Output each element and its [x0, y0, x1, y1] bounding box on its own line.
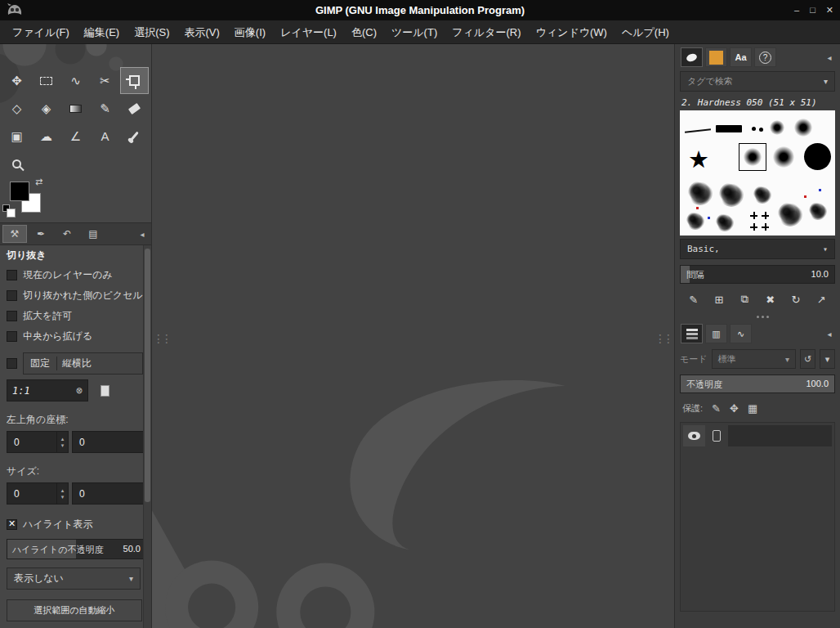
swap-colors-icon[interactable]: ⇄ [35, 177, 42, 187]
pencil-tool[interactable]: ✎ [91, 95, 119, 122]
left-pane-grip[interactable]: ⋮⋮ [153, 332, 169, 345]
brush-thumbnail[interactable] [778, 202, 802, 227]
eraser-tool[interactable] [120, 95, 149, 122]
brush-thumbnail[interactable] [804, 143, 831, 170]
zoom-tool[interactable] [2, 150, 31, 177]
lock-position-icon[interactable]: ✥ [730, 402, 739, 415]
tab-layers[interactable] [681, 324, 703, 343]
edit-brush-button[interactable]: ✎ [683, 290, 704, 308]
right-pane-grip[interactable]: ⋮⋮ [655, 332, 671, 345]
menu-tools[interactable]: ツール(T) [384, 20, 445, 44]
visibility-toggle[interactable] [683, 425, 705, 446]
measure-tool[interactable]: ∠ [61, 123, 90, 150]
menu-image[interactable]: 画像(I) [227, 20, 273, 44]
highlight-opacity-slider[interactable]: ハイライトの不透明度 50.0 [7, 539, 143, 559]
open-brush-as-image-button[interactable]: ↗ [811, 290, 832, 308]
menu-select[interactable]: 選択(S) [127, 20, 176, 44]
brush-thumbnail[interactable] [753, 186, 771, 204]
position-y-spinner[interactable]: 0 [72, 431, 143, 453]
tab-tool-options[interactable]: ⚒ [2, 225, 27, 243]
spinner-arrows-icon[interactable]: ▴▾ [56, 483, 68, 504]
brush-thumbnail[interactable] [719, 182, 744, 207]
menu-windows[interactable]: ウィンドウ(W) [528, 20, 614, 44]
checkbox-delete-cropped-pixels[interactable]: 切り抜かれた側のピクセルを削除 [7, 285, 143, 306]
autoshrink-button[interactable]: 選択範囲の自動縮小 [7, 599, 142, 621]
mode-switch-button[interactable]: ↺ [800, 349, 815, 369]
rectangle-select-tool[interactable] [32, 67, 60, 94]
default-colors-icon[interactable] [2, 204, 10, 212]
tab-patterns[interactable] [705, 47, 727, 67]
smudge-tool[interactable]: ☁ [32, 123, 60, 150]
move-tool[interactable]: ✥ [2, 67, 31, 94]
brush-thumbnail[interactable] [752, 127, 756, 131]
guides-combo[interactable]: 表示しない ▾ [7, 567, 141, 590]
menu-layer[interactable]: レイヤー(L) [273, 20, 344, 44]
free-select-tool[interactable]: ∿ [61, 67, 90, 94]
checkbox-allow-growing[interactable]: 拡大を許可 [7, 306, 143, 326]
brush-thumbnail[interactable] [750, 223, 757, 231]
lock-pixels-icon[interactable]: ✎ [712, 402, 721, 415]
duplicate-brush-button[interactable]: ⧉ [735, 290, 755, 308]
portrait-orientation-button[interactable] [95, 380, 114, 401]
brush-thumbnail[interactable] [686, 212, 704, 230]
minimize-button[interactable]: – [794, 5, 799, 16]
new-brush-button[interactable]: ⊞ [709, 290, 730, 308]
tab-paths[interactable]: ∿ [730, 324, 752, 343]
brush-tag-search[interactable]: タグで検索 ▾ [680, 71, 835, 92]
menu-help[interactable]: ヘルプ(H) [614, 20, 677, 44]
tool-options-scrollbar[interactable] [143, 245, 151, 628]
maximize-button[interactable]: □ [810, 5, 815, 16]
brush-thumbnail[interactable] [750, 212, 757, 219]
brush-thumbnail[interactable] [773, 146, 794, 168]
checkbox-expand-from-center[interactable]: 中央から拡げる [7, 326, 143, 347]
layer-mode-combo[interactable]: 標準 ▾ [712, 349, 796, 369]
delete-brush-button[interactable]: ✖ [760, 290, 780, 308]
brush-spacing-slider[interactable]: 間隔 10.0 [680, 265, 835, 284]
refresh-brushes-button[interactable]: ↻ [785, 290, 806, 308]
brush-thumbnail[interactable] [716, 125, 742, 132]
unified-transform-tool[interactable]: ◇ [2, 95, 31, 122]
gradient-tool[interactable] [61, 95, 90, 122]
fixed-checkbox[interactable] [7, 358, 17, 369]
color-picker-tool[interactable] [120, 123, 149, 150]
menu-edit[interactable]: 編集(E) [77, 20, 127, 44]
clone-tool[interactable]: ▣ [2, 123, 31, 150]
dock-menu-button[interactable]: ◂ [823, 330, 836, 339]
dock-menu-button[interactable]: ◂ [823, 53, 836, 62]
foreground-color-swatch[interactable] [10, 182, 29, 201]
brush-thumbnail[interactable] [685, 128, 711, 132]
titlebar[interactable]: GIMP (GNU Image Manipulation Program) – … [0, 0, 840, 20]
brush-thumbnail[interactable] [716, 213, 734, 231]
scissors-select-tool[interactable]: ✂ [91, 67, 119, 94]
brush-thumbnail[interactable] [809, 202, 827, 220]
dock-resize-grip[interactable] [757, 316, 759, 318]
brush-thumbnail[interactable] [794, 119, 812, 137]
position-x-spinner[interactable]: 0 ▴▾ [7, 431, 69, 453]
brush-thumbnail[interactable]: ★ [688, 148, 709, 172]
scrollbar-thumb[interactable] [145, 249, 150, 502]
aspect-ratio-input[interactable]: 1:1 ⊗ [7, 379, 88, 401]
layer-list[interactable] [680, 422, 835, 612]
brush-thumbnail[interactable] [688, 181, 713, 205]
menu-filters[interactable]: フィルター(R) [445, 20, 528, 44]
brush-thumbnail-selected[interactable] [739, 143, 766, 171]
clear-icon[interactable]: ⊗ [76, 384, 83, 397]
tab-channels[interactable]: ▥ [705, 324, 727, 343]
tab-undo-history[interactable]: ↶ [55, 225, 79, 243]
mode-options-button[interactable]: ▾ [820, 349, 835, 369]
handle-transform-tool[interactable]: ◈ [32, 95, 60, 122]
checkbox-current-layer-only[interactable]: 現在のレイヤーのみ [7, 265, 143, 285]
checkbox-highlight[interactable]: ハイライト表示 [7, 514, 143, 535]
spinner-arrows-icon[interactable]: ▴▾ [56, 432, 68, 452]
brush-thumbnail[interactable] [762, 223, 769, 231]
brush-thumbnail[interactable] [770, 120, 784, 135]
brush-thumbnail[interactable] [762, 212, 769, 219]
brush-group-combo[interactable]: Basic, ▾ [680, 239, 835, 259]
size-y-spinner[interactable]: 0 [72, 482, 143, 505]
tab-document-history[interactable]: ? [754, 47, 776, 67]
menu-colors[interactable]: 色(C) [344, 20, 384, 44]
layer-opacity-slider[interactable]: 不透明度 100.0 [680, 375, 835, 393]
size-x-spinner[interactable]: 0 ▴▾ [7, 482, 69, 505]
fixed-combo[interactable]: 固定 縦横比 [23, 352, 143, 375]
tab-brushes[interactable] [681, 47, 703, 67]
